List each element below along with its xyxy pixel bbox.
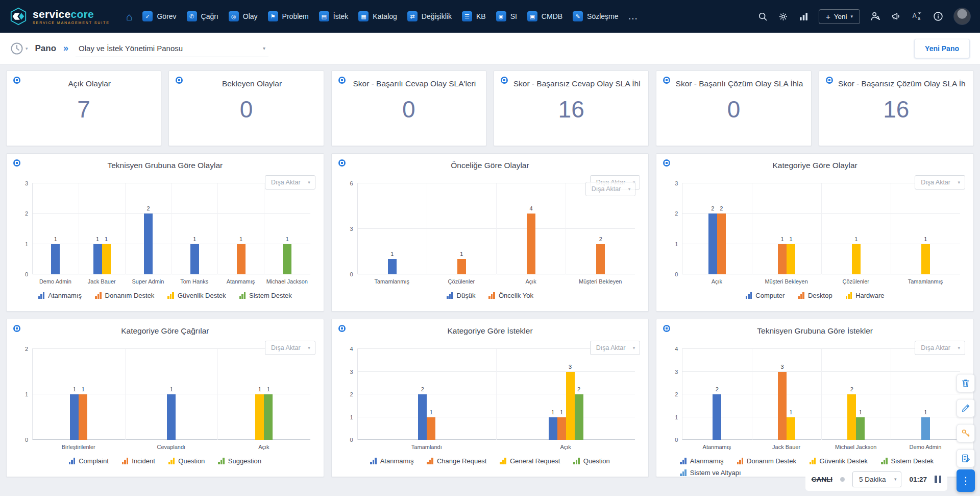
chart-bar[interactable]: 1 <box>167 394 176 440</box>
nav-item-task[interactable]: ✓Görev <box>137 7 181 26</box>
chart-bar[interactable]: 1 <box>427 417 435 440</box>
kpi-card[interactable]: Skor - Başarılı Cevap Olay SLA'leri0 <box>331 70 486 146</box>
edit-dashboard-button[interactable] <box>957 399 975 417</box>
legend-item[interactable]: Güvenlik Destek <box>167 292 226 299</box>
export-select[interactable]: Dışa Aktar▾ <box>265 341 315 355</box>
chart-bar[interactable]: 1 <box>549 417 557 440</box>
nav-more-button[interactable]: ... <box>624 12 644 21</box>
stats-chart-icon[interactable] <box>798 11 809 22</box>
nav-item-kb[interactable]: ☰KB <box>457 7 491 26</box>
chart-bar[interactable]: 1 <box>264 394 273 440</box>
legend-item[interactable]: Atanmamış <box>680 457 723 465</box>
legend-item[interactable]: Donanım Destek <box>95 292 154 299</box>
chart-bar[interactable]: 1 <box>255 394 264 440</box>
chart-bar[interactable]: 1 <box>102 244 111 274</box>
chart-bar[interactable]: 2 <box>144 214 153 274</box>
legend-item[interactable]: Suggestion <box>218 457 261 465</box>
legend-item[interactable]: Incident <box>122 457 155 465</box>
legend-item[interactable]: Atanmamış <box>370 457 413 465</box>
legend-item[interactable]: Hardware <box>846 292 885 299</box>
legend-item[interactable]: Computer <box>746 292 785 299</box>
chart-bar[interactable]: 1 <box>79 394 87 440</box>
refresh-interval-select[interactable]: 5 Dakika ▾ <box>852 471 902 487</box>
settings-gear-icon[interactable] <box>778 11 789 22</box>
legend-item[interactable]: Sistem ve Altyapı <box>680 469 741 477</box>
kpi-card[interactable]: Açık Olaylar7 <box>6 70 161 146</box>
export-select[interactable]: Dışa Aktar▾ <box>585 182 636 196</box>
nav-item-change[interactable]: ⇄Değişiklik <box>402 7 457 26</box>
chart-bar[interactable]: 1 <box>921 244 930 274</box>
user-access-icon[interactable] <box>870 11 881 22</box>
legend-item[interactable]: Desktop <box>798 292 832 299</box>
legend-item[interactable]: Donanım Destek <box>737 457 796 465</box>
pause-button[interactable] <box>935 476 941 483</box>
nav-item-request[interactable]: ▤İstek <box>314 7 354 26</box>
legend-item[interactable]: Sistem Destek <box>239 292 292 299</box>
legend-item[interactable]: Sistem Destek <box>881 457 934 465</box>
chart-bar[interactable]: 2 <box>708 214 717 274</box>
recent-dashboards-dropdown[interactable]: ▾ <box>10 42 28 55</box>
brand-logo[interactable]: servicecore SERVICE MANAGEMENT SUITE <box>9 7 110 26</box>
info-icon[interactable] <box>933 11 944 22</box>
chart-bar[interactable]: 1 <box>237 244 246 274</box>
user-avatar[interactable] <box>953 8 971 25</box>
kpi-card[interactable]: Skor - Başarısız Çözüm Olay SLA İh16 <box>819 70 974 146</box>
dashboard-select[interactable]: Olay ve İstek Yönetimi Panosu ▾ <box>76 40 268 57</box>
export-select[interactable]: Dışa Aktar▾ <box>590 341 641 355</box>
chart-bar[interactable]: 1 <box>778 244 787 274</box>
export-select[interactable]: Dışa Aktar▾ <box>915 341 965 355</box>
chart-bar[interactable]: 1 <box>457 259 466 274</box>
chart-bar[interactable]: 1 <box>787 244 795 274</box>
chart-bar[interactable]: 1 <box>283 244 291 274</box>
legend-item[interactable]: General Request <box>500 457 560 465</box>
export-select[interactable]: Dışa Aktar▾ <box>265 175 315 190</box>
more-actions-button[interactable]: ⋮ <box>957 469 975 492</box>
nav-item-si[interactable]: ◉SI <box>491 7 522 26</box>
search-icon[interactable] <box>757 11 768 22</box>
chart-bar[interactable]: 1 <box>51 244 60 274</box>
chart-bar[interactable]: 2 <box>575 394 583 440</box>
chart-bar[interactable]: 3 <box>778 372 787 440</box>
nav-item-incident[interactable]: ◎Olay <box>224 7 263 26</box>
nav-item-contract[interactable]: ✎Sözleşme <box>568 7 623 26</box>
kpi-card[interactable]: Skor - Başarısız Cevap Olay SLA İhl16 <box>494 70 649 146</box>
chart-bar[interactable]: 1 <box>557 417 566 440</box>
edit-widgets-button[interactable] <box>957 449 975 467</box>
nav-item-cmdb[interactable]: ▣CMDB <box>522 7 568 26</box>
chart-bar[interactable]: 1 <box>856 417 865 440</box>
chart-bar[interactable]: 2 <box>418 394 427 440</box>
export-select[interactable]: Dışa Aktar▾ <box>915 175 965 190</box>
chart-bar[interactable]: 2 <box>717 214 726 274</box>
chart-bar[interactable]: 2 <box>596 244 605 274</box>
nav-item-call[interactable]: ✆Çağrı <box>182 7 224 26</box>
nav-item-home[interactable]: ⌂ <box>121 7 138 26</box>
nav-item-catalog[interactable]: ▦Katalog <box>353 7 402 26</box>
new-button[interactable]: + Yeni ▾ <box>819 9 860 24</box>
chart-bar[interactable]: 1 <box>787 417 795 440</box>
chart-bar[interactable]: 1 <box>190 244 199 274</box>
chart-bar[interactable]: 2 <box>713 394 721 440</box>
nav-item-problem[interactable]: ⚑Problem <box>263 7 314 26</box>
chart-bar[interactable]: 1 <box>921 417 930 440</box>
kpi-card[interactable]: Bekleyen Olaylar0 <box>168 70 324 146</box>
legend-item[interactable]: Complaint <box>69 457 109 465</box>
chart-bar[interactable]: 1 <box>852 244 861 274</box>
legend-item[interactable]: Atanmamış <box>38 292 82 299</box>
legend-item[interactable]: Düşük <box>447 292 475 299</box>
delete-dashboard-button[interactable] <box>957 374 975 392</box>
new-dashboard-button[interactable]: Yeni Pano <box>914 39 970 58</box>
legend-item[interactable]: Öncelik Yok <box>488 292 533 299</box>
chart-bar[interactable]: 1 <box>93 244 102 274</box>
legend-item[interactable]: Question <box>573 457 610 465</box>
chart-bar[interactable]: 1 <box>388 259 397 274</box>
announcement-icon[interactable] <box>891 11 902 22</box>
permissions-button[interactable] <box>957 424 975 442</box>
legend-item[interactable]: Question <box>168 457 205 465</box>
translate-icon[interactable]: Aa <box>912 11 923 22</box>
legend-item[interactable]: Güvenlik Destek <box>810 457 868 465</box>
chart-bar[interactable]: 3 <box>566 372 575 440</box>
kpi-card[interactable]: Skor - Başarılı Çözüm Olay SLA İhla0 <box>656 70 811 146</box>
chart-bar[interactable]: 1 <box>70 394 79 440</box>
legend-item[interactable]: Change Request <box>427 457 486 465</box>
chart-bar[interactable]: 2 <box>847 394 856 440</box>
